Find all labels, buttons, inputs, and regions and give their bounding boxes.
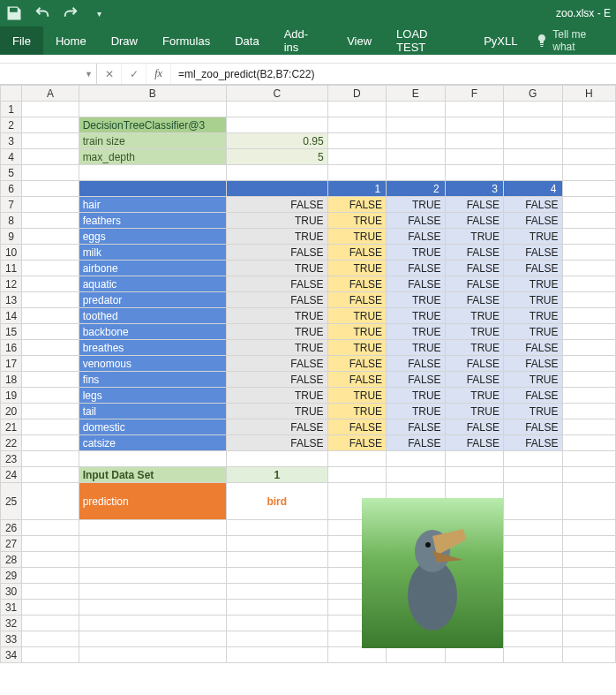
cell[interactable] [22,419,79,435]
customize-qat-icon[interactable]: ▾ [90,4,108,22]
rowhdr-34[interactable]: 34 [1,647,22,663]
rowhdr-12[interactable]: 12 [1,276,22,292]
cell[interactable] [22,117,79,133]
param-label[interactable]: train size [79,133,226,149]
cell[interactable] [79,616,226,631]
feature-name[interactable]: domestic [79,419,226,435]
feature-val[interactable]: FALSE [226,197,327,213]
cell[interactable] [504,568,562,584]
feature-val[interactable]: TRUE [387,197,445,213]
feature-val[interactable]: FALSE [226,245,327,261]
cell[interactable] [504,616,562,631]
feature-val[interactable]: FALSE [504,261,562,276]
feature-val[interactable]: TRUE [445,229,503,245]
cell[interactable] [22,435,79,451]
feature-val[interactable]: TRUE [226,388,327,404]
cell[interactable] [22,149,79,165]
feature-val[interactable]: TRUE [504,324,562,340]
rowhdr-33[interactable]: 33 [1,631,22,647]
cell[interactable] [562,213,616,229]
feature-val[interactable]: TRUE [387,404,445,419]
cell[interactable] [79,520,226,536]
cell[interactable] [22,276,79,292]
cell[interactable] [504,102,562,117]
cell[interactable] [79,584,226,600]
colhdr-A[interactable]: A [22,86,79,102]
cell[interactable] [445,149,503,165]
feature-val[interactable]: TRUE [387,388,445,404]
feature-val[interactable]: FALSE [327,419,386,435]
cell[interactable] [387,149,445,165]
feature-val[interactable]: FALSE [504,213,562,229]
rowhdr-21[interactable]: 21 [1,419,22,435]
feature-val[interactable]: FALSE [445,356,503,372]
cell[interactable] [22,340,79,356]
cell[interactable] [79,552,226,568]
rowhdr-1[interactable]: 1 [1,102,22,117]
rowhdr-6[interactable]: 6 [1,181,22,197]
feature-val[interactable]: TRUE [226,261,327,276]
cell[interactable] [22,631,79,647]
colhdr-E[interactable]: E [387,86,445,102]
feature-val[interactable]: FALSE [226,435,327,451]
feature-name[interactable]: airbone [79,261,226,276]
cell[interactable] [562,181,616,197]
rowhdr-29[interactable]: 29 [1,568,22,584]
cell[interactable] [226,584,327,600]
feature-val[interactable]: FALSE [226,276,327,292]
rowhdr-11[interactable]: 11 [1,261,22,276]
cell[interactable] [562,388,616,404]
feature-val[interactable]: FALSE [445,213,503,229]
data-col-1[interactable]: 1 [327,181,386,197]
data-col-3[interactable]: 3 [445,181,503,197]
feature-val[interactable]: TRUE [327,213,386,229]
cell[interactable] [562,308,616,324]
cell[interactable] [562,435,616,451]
feature-val[interactable]: FALSE [327,245,386,261]
cell[interactable] [562,133,616,149]
feature-val[interactable]: TRUE [504,372,562,388]
tab-loadtest[interactable]: LOAD TEST [384,26,471,55]
feature-val[interactable]: FALSE [504,197,562,213]
cell[interactable] [22,181,79,197]
feature-val[interactable]: FALSE [445,435,503,451]
cell[interactable] [562,552,616,568]
cell[interactable] [79,165,226,181]
feature-name[interactable]: breathes [79,340,226,356]
name-box-dropdown-icon[interactable]: ▼ [85,70,93,79]
rowhdr-24[interactable]: 24 [1,467,22,483]
save-icon[interactable] [5,4,23,22]
cell[interactable] [22,388,79,404]
rowhdr-25[interactable]: 25 [1,483,22,520]
prediction-value[interactable]: bird [226,483,327,520]
cell[interactable] [562,149,616,165]
cell[interactable] [504,467,562,483]
cell[interactable] [562,419,616,435]
cell[interactable] [562,276,616,292]
feature-name[interactable]: toothed [79,308,226,324]
feature-name[interactable]: eggs [79,229,226,245]
colhdr-C[interactable]: C [226,86,327,102]
feature-val[interactable]: TRUE [226,213,327,229]
accept-icon[interactable]: ✓ [122,64,146,84]
feature-val[interactable]: TRUE [445,388,503,404]
tab-addins[interactable]: Add-ins [272,26,334,55]
cell[interactable] [22,197,79,213]
cell[interactable] [562,292,616,308]
feature-val[interactable]: FALSE [387,435,445,451]
cell[interactable] [79,536,226,552]
cell[interactable] [327,451,386,467]
feature-name[interactable]: tail [79,404,226,419]
feature-val[interactable]: TRUE [504,404,562,419]
feature-val[interactable]: FALSE [445,419,503,435]
cell[interactable] [562,261,616,276]
feature-val[interactable]: TRUE [327,229,386,245]
feature-val[interactable]: TRUE [387,292,445,308]
cell[interactable] [562,340,616,356]
feature-name[interactable]: venomous [79,356,226,372]
feature-val[interactable]: FALSE [445,372,503,388]
feature-val[interactable]: FALSE [327,356,386,372]
cell[interactable] [387,117,445,133]
input-set-label[interactable]: Input Data Set [79,467,226,483]
feature-val[interactable]: FALSE [226,419,327,435]
